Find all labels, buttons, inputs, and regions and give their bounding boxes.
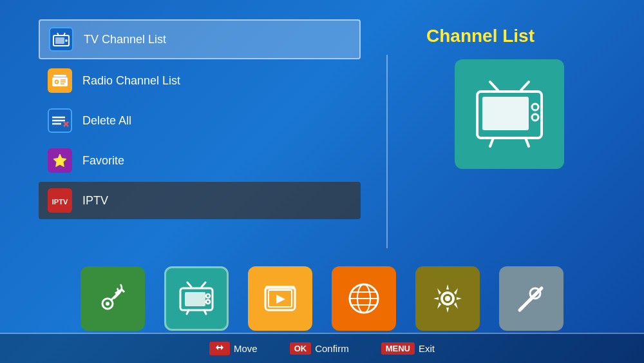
svg-line-21 [521,82,529,90]
svg-rect-44 [265,286,295,289]
move-status: Move [209,342,258,355]
divider [386,55,388,248]
svg-point-24 [532,104,538,110]
svg-marker-43 [276,295,285,304]
radio-channel-list-icon [48,68,72,93]
media-button[interactable] [248,266,312,331]
ok-label: Confirm [315,343,349,354]
satellite-button[interactable] [80,266,145,331]
tv-channel-list-label: TV Channel List [84,33,166,46]
svg-line-33 [187,282,191,287]
iptv-icon: IPTV [48,188,72,213]
menu-panel: TV Channel List Radio Channel List [39,19,361,284]
channel-list-tv-icon-box [455,59,564,169]
menu-item-radio-channel-list[interactable]: Radio Channel List [39,62,361,99]
page-title: Channel List [426,26,535,46]
svg-marker-57 [216,345,218,350]
settings-button[interactable] [415,266,480,331]
move-key-badge [209,342,230,355]
svg-point-38 [206,300,210,304]
svg-rect-36 [185,292,205,306]
menu-item-iptv[interactable]: IPTV IPTV [39,182,361,219]
favorite-label: Favorite [82,154,124,168]
svg-line-56 [520,308,522,310]
menu-item-delete-all[interactable]: Delete All [39,102,361,139]
menu-status: MENU Exit [381,342,435,355]
menu-key-badge: MENU [381,342,415,355]
svg-line-20 [490,82,498,90]
svg-marker-17 [53,154,66,166]
svg-point-8 [56,81,58,83]
radio-channel-list-label: Radio Channel List [82,74,180,88]
svg-rect-3 [55,37,64,44]
delete-all-icon [48,108,72,133]
menu-label: Exit [419,343,435,354]
tools-button[interactable] [499,266,564,331]
svg-line-34 [202,282,205,287]
menu-item-tv-channel-list[interactable]: TV Channel List [39,19,361,59]
svg-rect-6 [53,75,66,77]
tv-button[interactable] [164,266,229,331]
bottom-toolbar [0,266,644,331]
iptv-label: IPTV [82,194,108,208]
favorite-icon [48,148,72,173]
svg-point-25 [532,114,538,121]
svg-point-4 [65,39,68,42]
right-panel: Channel List [413,19,605,284]
delete-all-label: Delete All [82,114,131,128]
globe-button[interactable] [332,266,396,331]
svg-marker-58 [221,345,223,350]
svg-point-52 [445,296,450,301]
svg-point-29 [106,302,109,306]
ok-key-badge: OK [290,342,312,355]
status-bar: Move OK Confirm MENU Exit [0,334,644,363]
ok-status: OK Confirm [290,342,349,355]
menu-item-favorite[interactable]: Favorite [39,142,361,179]
move-label: Move [234,343,258,354]
svg-point-37 [206,294,210,298]
svg-rect-23 [482,97,529,130]
svg-text:IPTV: IPTV [52,198,68,206]
tv-channel-list-icon [49,27,73,52]
